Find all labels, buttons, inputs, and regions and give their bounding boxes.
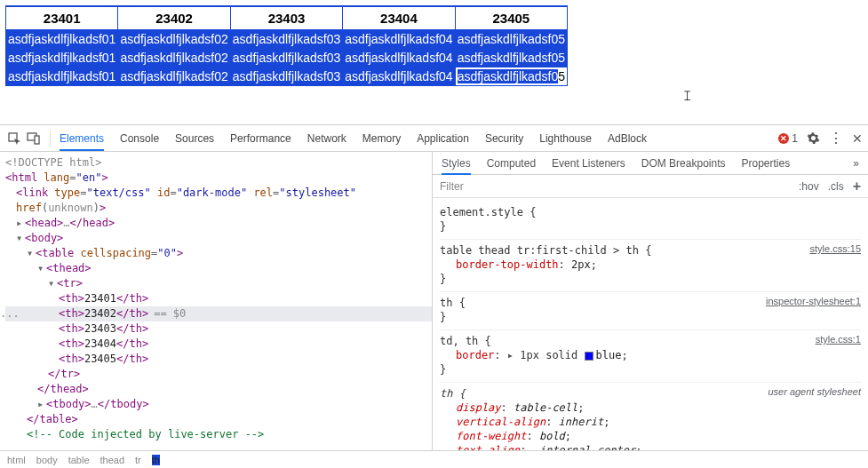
rule-source-ua: user agent stylesheet [768, 385, 861, 399]
dom-node[interactable]: ▾<body> [5, 231, 432, 246]
kebab-menu-icon[interactable]: ⋮ [829, 133, 843, 144]
tab-elements[interactable]: Elements [60, 126, 104, 151]
cell: asdfjaskdlfjlkadsf04 [343, 49, 455, 67]
th-5: 23405 [455, 6, 567, 30]
dom-node[interactable]: <!DOCTYPE html> [5, 155, 432, 171]
rendered-table: 23401 23402 23403 23404 23405 asdfjaskdl… [5, 5, 568, 86]
dom-node[interactable]: </table> [5, 412, 432, 427]
cell: asdfjaskdlfjlkadsf05 [455, 30, 567, 49]
dom-node[interactable]: <th>23404</th> [5, 337, 432, 352]
cell: asdfjaskdlfjlkadsf03 [230, 49, 342, 67]
gear-icon[interactable] [807, 131, 820, 145]
dom-node[interactable]: ▾<tr> [5, 276, 432, 291]
style-rule[interactable]: style.css:15 table thead tr:first-child … [440, 240, 861, 292]
styles-tabs: Styles Computed Event Listeners DOM Brea… [433, 152, 868, 175]
style-rule[interactable]: style.css:1 td, th { border: ▸ 1px solid… [440, 330, 861, 383]
cell-partial-select: asdfjaskdlfjlkadsf05 [455, 67, 567, 86]
tab-sources[interactable]: Sources [175, 126, 214, 151]
cell: asdfjaskdlfjlkadsf05 [455, 49, 567, 67]
rule-source-link[interactable]: style.css:1 [816, 332, 861, 346]
styles-tab-styles[interactable]: Styles [442, 152, 471, 175]
dom-node[interactable]: ▸<tbody>…</tbody> [5, 397, 432, 412]
styles-filter-bar: Filter :hov .cls + [433, 175, 868, 198]
dom-node-selected[interactable]: <th>23402</th>== $0 [5, 306, 432, 321]
cell: asdfjaskdlfjlkadsf02 [118, 49, 230, 67]
cell: asdfjaskdlfjlkadsf02 [118, 30, 230, 49]
th-2: 23402 [118, 6, 230, 30]
tab-security[interactable]: Security [485, 126, 523, 151]
th-1: 23401 [6, 6, 118, 30]
inspect-element-icon[interactable] [5, 130, 23, 147]
device-toolbar-icon[interactable] [25, 130, 43, 147]
text-cursor-icon: 𝙸 [682, 88, 692, 104]
dom-node[interactable]: ▸<head>…</head> [5, 216, 432, 231]
color-swatch-icon[interactable] [585, 352, 593, 361]
styles-tab-dom-breakpoints[interactable]: DOM Breakpoints [641, 152, 726, 174]
style-rule[interactable]: element.style { } [440, 202, 861, 240]
cell: asdfjaskdlfjlkadsf04 [343, 30, 455, 49]
table-header-row: 23401 23402 23403 23404 23405 [6, 6, 568, 30]
dom-node[interactable]: href(unknown)> [5, 201, 432, 216]
styles-filter-input[interactable]: Filter [440, 179, 790, 194]
viewport: 23401 23402 23403 23404 23405 asdfjaskdl… [0, 0, 868, 468]
cell: asdfjaskdlfjlkadsf01 [6, 30, 118, 49]
crumb[interactable]: html [7, 455, 26, 465]
tab-performance[interactable]: Performance [230, 126, 291, 151]
tab-adblock[interactable]: AdBlock [608, 126, 647, 151]
error-counter[interactable]: ✕1 [778, 132, 798, 145]
dom-node[interactable]: <link type="text/css" id="dark-mode" rel… [5, 186, 432, 201]
crumb[interactable]: table [68, 455, 90, 465]
dom-node[interactable]: <th>23403</th> [5, 321, 432, 337]
table-row: asdfjaskdlfjlkadsf01 asdfjaskdlfjlkadsf0… [6, 67, 568, 86]
elements-tree[interactable]: <!DOCTYPE html> <html lang="en"> <link t… [0, 152, 433, 450]
table-row: asdfjaskdlfjlkadsf01 asdfjaskdlfjlkadsf0… [6, 49, 568, 67]
style-rule-ua[interactable]: user agent stylesheet th { display: tabl… [440, 383, 861, 450]
styles-tab-properties[interactable]: Properties [741, 152, 790, 174]
dom-comment[interactable]: <!-- Code injected by live-server --> [5, 427, 432, 442]
dom-node[interactable]: </tr> [5, 367, 432, 382]
dom-node[interactable]: <html lang="en"> [5, 171, 432, 186]
crumb[interactable]: thead [100, 455, 125, 465]
dom-node[interactable]: ▾<table cellspacing="0"> [5, 246, 432, 261]
tab-network[interactable]: Network [307, 126, 346, 151]
page-content: 23401 23402 23403 23404 23405 asdfjaskdl… [0, 0, 868, 124]
hov-toggle[interactable]: :hov [799, 179, 819, 194]
crumb[interactable]: body [36, 455, 58, 465]
dom-node[interactable]: </thead> [5, 382, 432, 397]
devtools-toolbar: Elements Console Sources Performance Net… [0, 125, 868, 152]
crumb[interactable]: tr [135, 455, 141, 465]
tab-console[interactable]: Console [120, 126, 159, 151]
cell: asdfjaskdlfjlkadsf03 [230, 30, 342, 49]
dom-node[interactable]: <th>23405</th> [5, 352, 432, 367]
cell: asdfjaskdlfjlkadsf04 [343, 67, 455, 86]
styles-tab-computed[interactable]: Computed [487, 152, 536, 174]
tab-application[interactable]: Application [417, 126, 469, 151]
rule-source-link[interactable]: inspector-stylesheet:1 [766, 294, 861, 308]
dom-node[interactable]: <th>23401</th> [5, 291, 432, 306]
th-3: 23403 [230, 6, 342, 30]
cell: asdfjaskdlfjlkadsf01 [6, 49, 118, 67]
svg-rect-2 [35, 136, 39, 144]
cell: asdfjaskdlfjlkadsf01 [6, 67, 118, 86]
dom-breadcrumb: html body table thead tr th [0, 450, 868, 468]
close-icon[interactable]: ✕ [852, 131, 863, 146]
th-4: 23404 [343, 6, 455, 30]
cls-toggle[interactable]: .cls [828, 179, 844, 194]
add-rule-icon[interactable]: + [853, 179, 861, 194]
devtools-tabs: Elements Console Sources Performance Net… [60, 126, 778, 151]
dom-node[interactable]: ▾<thead> [5, 261, 432, 276]
style-rule[interactable]: inspector-stylesheet:1 th { } [440, 292, 861, 330]
tab-memory[interactable]: Memory [362, 126, 401, 151]
cell: asdfjaskdlfjlkadsf03 [230, 67, 342, 86]
styles-tab-event-listeners[interactable]: Event Listeners [552, 152, 625, 174]
table-row: asdfjaskdlfjlkadsf01 asdfjaskdlfjlkadsf0… [6, 30, 568, 49]
devtools: Elements Console Sources Performance Net… [0, 124, 868, 468]
style-rules: element.style { } style.css:15 table the… [433, 198, 868, 450]
chevron-right-icon[interactable]: » [853, 156, 859, 171]
tab-lighthouse[interactable]: Lighthouse [539, 126, 592, 151]
crumb-current[interactable]: th [152, 455, 160, 465]
styles-pane: Styles Computed Event Listeners DOM Brea… [433, 152, 868, 450]
rule-source-link[interactable]: style.css:15 [810, 242, 861, 256]
cell: asdfjaskdlfjlkadsf02 [118, 67, 230, 86]
